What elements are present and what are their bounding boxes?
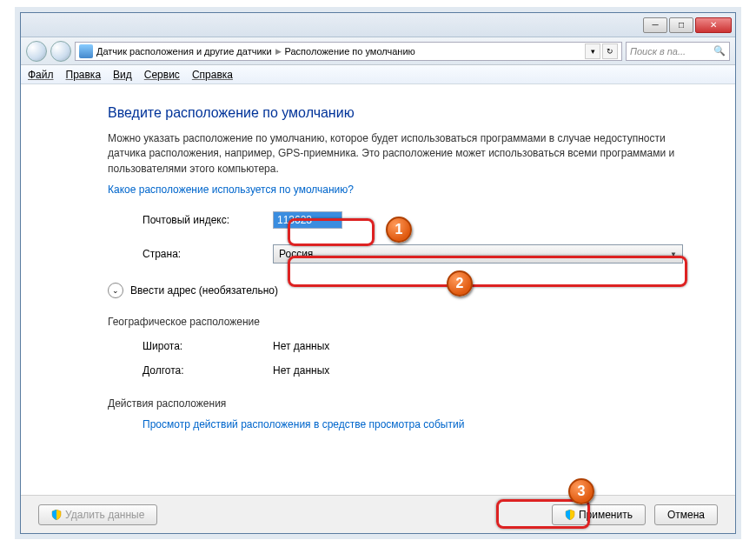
content: Введите расположение по умолчанию Можно … [21, 84, 735, 439]
menu-view[interactable]: Вид [113, 69, 132, 81]
chevron-right-icon: ▶ [275, 47, 282, 56]
menu-edit[interactable]: Правка [66, 69, 102, 81]
shield-icon [565, 510, 575, 520]
help-link[interactable]: Какое расположение используется по умолч… [108, 183, 683, 196]
country-row: Страна: Россия [108, 244, 683, 263]
cancel-button[interactable]: Отмена [654, 504, 718, 525]
actions-link[interactable]: Просмотр действий расположения в средств… [108, 418, 683, 430]
location-icon [79, 44, 93, 58]
address-expander[interactable]: ⌄ Ввести адрес (необязательно) [108, 283, 683, 298]
refresh-button[interactable]: ↻ [602, 43, 618, 59]
delete-label: Удалить данные [65, 509, 144, 521]
address-bar[interactable]: Датчик расположения и другие датчики ▶ Р… [75, 42, 622, 61]
menubar: Файл Правка Вид Сервис Справка [21, 65, 735, 84]
address-dropdown-button[interactable]: ▾ [585, 43, 600, 59]
longitude-value: Нет данных [273, 364, 329, 377]
geo-heading: Географическое расположение [108, 316, 683, 328]
minimize-button[interactable]: ─ [643, 17, 667, 33]
expander-label: Ввести адрес (необязательно) [130, 284, 278, 297]
search-icon: 🔍 [713, 45, 726, 57]
button-bar: Удалить данные Применить Отмена [21, 495, 735, 533]
apply-button[interactable]: Применить [552, 504, 646, 525]
navbar: Датчик расположения и другие датчики ▶ Р… [21, 37, 735, 65]
postal-input[interactable] [273, 211, 342, 229]
page-description: Можно указать расположение по умолчанию,… [108, 131, 683, 177]
maximize-button[interactable]: □ [669, 17, 693, 33]
latitude-value: Нет данных [273, 340, 329, 352]
apply-label: Применить [579, 509, 633, 521]
country-value: Россия [279, 248, 313, 260]
page-title: Введите расположение по умолчанию [108, 105, 683, 121]
postal-label: Почтовый индекс: [108, 214, 273, 226]
cancel-label: Отмена [667, 509, 705, 521]
menu-tools[interactable]: Сервис [144, 69, 180, 81]
delete-data-button[interactable]: Удалить данные [38, 504, 157, 525]
breadcrumb-level1[interactable]: Датчик расположения и другие датчики [96, 46, 272, 57]
titlebar: ─ □ ✕ [21, 13, 735, 37]
latitude-label: Широта: [143, 340, 273, 352]
menu-help[interactable]: Справка [192, 69, 233, 81]
longitude-label: Долгота: [143, 364, 273, 377]
menu-file[interactable]: Файл [28, 69, 54, 81]
search-placeholder: Поиск в па... [630, 46, 686, 57]
window: ─ □ ✕ Датчик расположения и другие датчи… [20, 12, 736, 534]
country-label: Страна: [108, 248, 273, 260]
shield-icon [51, 510, 62, 520]
nav-forward-button[interactable] [50, 41, 71, 62]
longitude-row: Долгота: Нет данных [108, 364, 683, 377]
postal-row: Почтовый индекс: [108, 211, 683, 229]
latitude-row: Широта: Нет данных [108, 340, 683, 352]
country-dropdown[interactable]: Россия [273, 244, 683, 263]
nav-back-button[interactable] [26, 41, 47, 62]
close-button[interactable]: ✕ [695, 17, 732, 33]
breadcrumb-level2[interactable]: Расположение по умолчанию [285, 46, 415, 57]
actions-heading: Действия расположения [108, 397, 683, 410]
search-input[interactable]: Поиск в па... 🔍 [626, 42, 730, 61]
chevron-down-icon: ⌄ [108, 283, 123, 298]
